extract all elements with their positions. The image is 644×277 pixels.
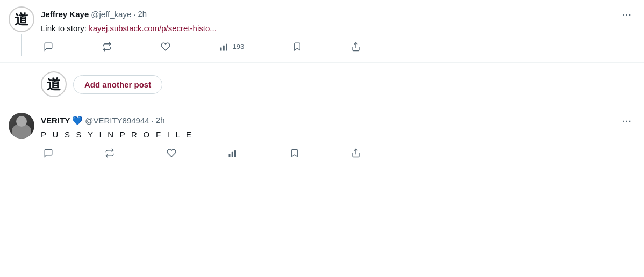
reply-icon [43, 41, 54, 52]
tweet-2-retweet-icon [104, 148, 115, 158]
tweet-1-text-prefix: Link to story: [41, 24, 89, 33]
tweet-1-actions: 193 [41, 39, 363, 54]
tweet-1-dot: · [133, 10, 135, 19]
tweet-1-header: Jeffrey Kaye @jeff_kaye · 2h ··· [41, 6, 635, 21]
share-button[interactable] [348, 39, 363, 54]
svg-rect-6 [234, 150, 236, 157]
tweet-2-share-icon [350, 148, 361, 158]
retweet-icon [102, 41, 112, 52]
tweet-2-views-button[interactable] [225, 145, 240, 161]
tweet-1-display-name: Jeffrey Kaye [41, 10, 89, 19]
bookmark-button[interactable] [290, 39, 305, 54]
tweet-2-text: P U S S Y I N P R O F I L E [41, 129, 635, 141]
avatar-jeffrey-kaye: 道 [9, 6, 34, 32]
tweet-2-bookmark-button[interactable] [287, 145, 302, 161]
tweet-2-actions [41, 145, 363, 161]
bookmark-icon [292, 41, 303, 52]
tweet-1-username: @jeff_kaye [91, 10, 131, 19]
svg-rect-0 [220, 47, 221, 50]
views-button[interactable]: 193 [217, 39, 247, 54]
tweet-2-meta: VERITY 💙 @VERITY894944 · 2h [41, 115, 165, 126]
tweet-1-link[interactable]: kayej.substack.com/p/secret-histo... [89, 24, 217, 33]
tweet-2-display-name: VERITY [41, 116, 70, 125]
svg-rect-1 [223, 45, 224, 50]
views-icon [219, 41, 230, 52]
tweet-2-left [9, 113, 34, 161]
share-icon [350, 41, 361, 52]
add-post-section: 道 Add another post [0, 63, 644, 106]
verified-icon: 💙 [72, 115, 83, 126]
tweet-1: 道 Jeffrey Kaye @jeff_kaye · 2h ··· Link … [0, 0, 644, 63]
tweet-2-bookmark-icon [289, 148, 300, 158]
add-another-post-button[interactable]: Add another post [73, 75, 162, 94]
svg-rect-4 [229, 154, 231, 157]
thread-line [21, 34, 22, 56]
tweet-1-content: Jeffrey Kaye @jeff_kaye · 2h ··· Link to… [41, 6, 635, 56]
tweet-2-username: @VERITY894944 [85, 116, 149, 125]
views-count: 193 [233, 42, 245, 50]
svg-rect-2 [226, 43, 227, 50]
tweet-2-like-button[interactable] [164, 145, 179, 161]
svg-rect-5 [232, 151, 233, 157]
tweet-2-more-button[interactable]: ··· [618, 113, 635, 128]
heart-icon [160, 41, 171, 52]
tweet-2: VERITY 💙 @VERITY894944 · 2h ··· P U S S … [0, 106, 644, 167]
tweet-2-reply-icon [43, 148, 54, 158]
tweet-1-more-button[interactable]: ··· [618, 6, 635, 21]
retweet-button[interactable] [99, 39, 115, 54]
tweet-2-views-icon [227, 148, 238, 158]
tweet-2-timestamp[interactable]: 2h [156, 115, 165, 125]
avatar-verity [9, 113, 34, 138]
like-button[interactable] [158, 39, 173, 54]
tweet-2-share-button[interactable] [348, 145, 363, 161]
tweet-2-header: VERITY 💙 @VERITY894944 · 2h ··· [41, 113, 635, 128]
tweet-1-meta: Jeffrey Kaye @jeff_kaye · 2h [41, 9, 147, 19]
tweet-1-timestamp[interactable]: 2h [138, 9, 147, 19]
tweet-2-retweet-button[interactable] [102, 145, 117, 161]
tweet-feed: 道 Jeffrey Kaye @jeff_kaye · 2h ··· Link … [0, 0, 644, 167]
tweet-1-left: 道 [9, 6, 34, 56]
tweet-1-text: Link to story: kayej.substack.com/p/secr… [41, 23, 635, 35]
tweet-2-heart-icon [166, 148, 177, 158]
avatar-add-post: 道 [41, 71, 67, 97]
tweet-2-reply-button[interactable] [41, 145, 56, 161]
tweet-2-dot: · [152, 116, 154, 125]
tweet-2-content: VERITY 💙 @VERITY894944 · 2h ··· P U S S … [41, 113, 635, 161]
reply-button[interactable] [41, 39, 56, 54]
